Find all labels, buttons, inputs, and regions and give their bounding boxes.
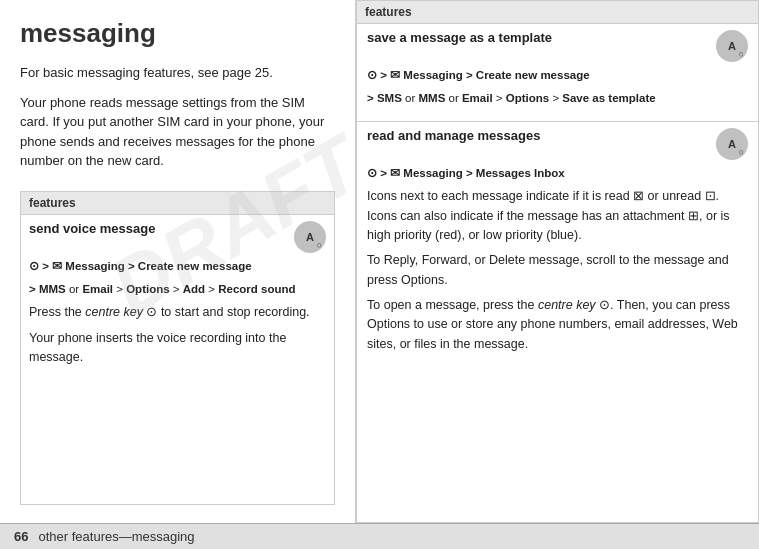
- read-manage-title: read and manage messages: [367, 128, 540, 143]
- footer-text: other features—messaging: [38, 529, 194, 544]
- features-table-left: features send voice message A ○ ⊙ > ✉ Me…: [20, 191, 335, 506]
- send-voice-title: send voice message: [29, 221, 155, 236]
- footer: 66 other features—messaging: [0, 523, 759, 549]
- page-heading: messaging: [20, 18, 335, 49]
- features-header-right: features: [357, 1, 758, 24]
- read-manage-nav1: ⊙ > ✉ Messaging > Messages Inbox: [367, 164, 748, 182]
- save-template-section: save a message as a template A ○ ⊙ > ✉ M…: [357, 24, 758, 122]
- save-template-nav2: > SMS or MMS or Email > Options > Save a…: [367, 89, 748, 107]
- features-table-right: features save a message as a template A …: [356, 0, 759, 523]
- read-manage-icon: A ○: [716, 128, 748, 160]
- intro-text-1: For basic messaging features, see page 2…: [20, 63, 335, 83]
- read-manage-section: read and manage messages A ○ ⊙ > ✉ Messa…: [357, 122, 758, 522]
- send-voice-body: Press the centre key ⊙ to start and stop…: [29, 303, 326, 367]
- features-header-left: features: [21, 192, 334, 215]
- send-voice-icon: A ○: [294, 221, 326, 253]
- right-column: features save a message as a template A …: [356, 0, 759, 523]
- read-manage-title-row: read and manage messages A ○: [367, 128, 748, 160]
- read-manage-body: Icons next to each message indicate if i…: [367, 187, 748, 354]
- save-template-nav1: ⊙ > ✉ Messaging > Create new message: [367, 66, 748, 84]
- send-voice-nav1: ⊙ > ✉ Messaging > Create new message: [29, 257, 326, 275]
- save-template-title-row: save a message as a template A ○: [367, 30, 748, 62]
- intro-text-2: Your phone reads message settings from t…: [20, 93, 335, 171]
- footer-page-number: 66: [14, 529, 28, 544]
- send-voice-title-row: send voice message A ○: [29, 221, 326, 253]
- save-template-icon: A ○: [716, 30, 748, 62]
- send-voice-section: send voice message A ○ ⊙ > ✉ Messaging >…: [21, 215, 334, 376]
- save-template-title: save a message as a template: [367, 30, 552, 45]
- send-voice-nav2: > MMS or Email > Options > Add > Record …: [29, 280, 326, 298]
- left-column: messaging For basic messaging features, …: [0, 0, 356, 523]
